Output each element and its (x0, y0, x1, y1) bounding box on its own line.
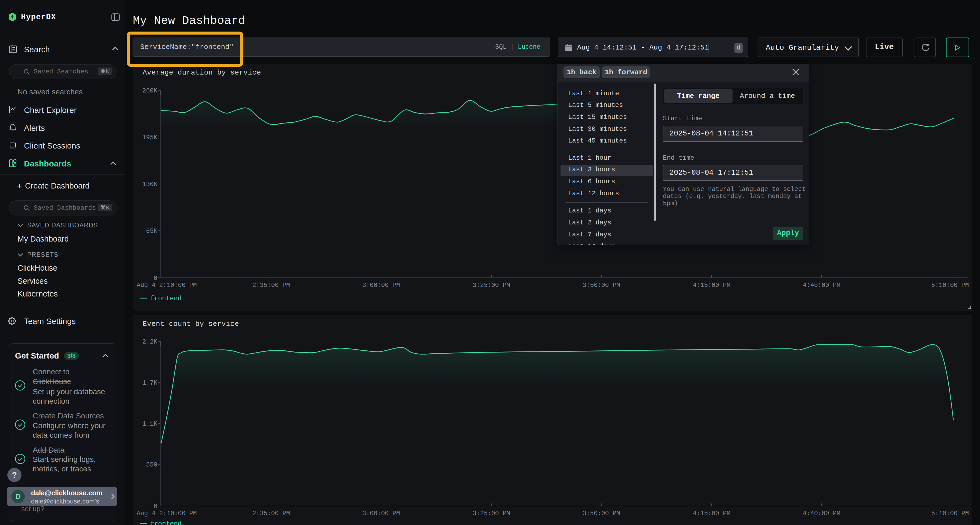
svg-text:frontend: frontend (150, 520, 181, 525)
svg-text:3:25:00 PM: 3:25:00 PM (473, 510, 510, 517)
svg-text:4:40:00 PM: 4:40:00 PM (803, 510, 840, 517)
svg-text:4:15:00 PM: 4:15:00 PM (693, 510, 730, 517)
svg-text:3:50:00 PM: 3:50:00 PM (582, 510, 620, 517)
svg-text:5:10:00 PM: 5:10:00 PM (931, 282, 969, 289)
svg-text:5:10:00 PM: 5:10:00 PM (931, 510, 969, 517)
svg-text:3:00:00 PM: 3:00:00 PM (362, 282, 400, 289)
svg-text:1.7K: 1.7K (142, 379, 158, 387)
svg-text:550: 550 (146, 462, 158, 468)
svg-text:2.2K: 2.2K (142, 338, 158, 346)
svg-text:0: 0 (154, 503, 158, 510)
svg-text:4:40:00 PM: 4:40:00 PM (803, 282, 840, 289)
svg-text:2:35:00 PM: 2:35:00 PM (252, 282, 290, 289)
svg-text:65K: 65K (146, 228, 158, 235)
svg-text:260K: 260K (142, 87, 158, 94)
svg-text:3:00:00 PM: 3:00:00 PM (362, 510, 400, 517)
svg-text:3:25:00 PM: 3:25:00 PM (473, 282, 510, 289)
svg-text:0: 0 (154, 275, 158, 282)
svg-text:frontend: frontend (150, 295, 181, 302)
svg-text:3:50:00 PM: 3:50:00 PM (582, 282, 620, 289)
svg-text:130K: 130K (142, 181, 158, 188)
svg-text:Aug 4 2:10:00 PM: Aug 4 2:10:00 PM (137, 510, 197, 517)
svg-text:4:15:00 PM: 4:15:00 PM (693, 282, 730, 289)
svg-text:1.1K: 1.1K (142, 420, 158, 428)
svg-text:2:35:00 PM: 2:35:00 PM (252, 510, 290, 517)
svg-text:195K: 195K (142, 134, 158, 141)
svg-text:Aug 4 2:10:00 PM: Aug 4 2:10:00 PM (137, 282, 197, 289)
